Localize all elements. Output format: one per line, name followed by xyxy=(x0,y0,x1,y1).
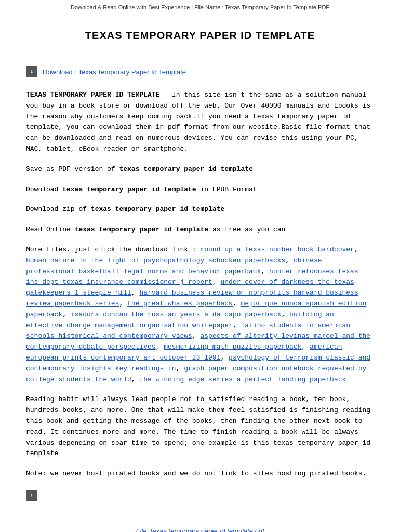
epub-line: Download texas temporary paper id templa… xyxy=(26,184,374,195)
related-link-0[interactable]: round up a texas number book hardcover xyxy=(200,246,354,254)
footer-download-icon: ⬇ xyxy=(26,490,37,501)
related-link-8[interactable]: isadora duncan the russian years a da ca… xyxy=(71,311,282,318)
more-files-paragraph: More files, just click the download link… xyxy=(26,245,374,385)
read-online-line: Read Online texas temporary paper id tem… xyxy=(26,224,374,235)
save-pdf-line: Save as PDF version of texas temporary p… xyxy=(26,164,374,175)
zip-line: Download zip of texas temporary paper id… xyxy=(26,204,374,215)
intro-paragraph: TEXAS TEMPORARY PAPER ID TEMPLATE – In t… xyxy=(26,90,374,155)
related-link-16[interactable]: the winning edge series a perfect landin… xyxy=(139,376,346,383)
related-link-6[interactable]: the great whales paperback xyxy=(127,300,233,308)
page-title: TEXAS TEMPORARY PAPER ID TEMPLATE xyxy=(0,15,400,52)
download-link-section: ⬇ Download : Texas Temporary Paper Id Te… xyxy=(26,66,374,77)
related-link-12[interactable]: mesmerizing math puzzles paperback xyxy=(164,343,301,351)
top-bar: Download & Read Online with Best Experie… xyxy=(0,0,400,15)
reading-habit-paragraph: Reading habit will always lead people no… xyxy=(26,394,374,459)
related-link-1[interactable]: human nature in the light of psychopatho… xyxy=(26,257,285,264)
download-link[interactable]: Download : Texas Temporary Paper Id Temp… xyxy=(43,68,186,76)
footer-icon-row: ⬇ xyxy=(26,490,374,501)
footer-file: File: texas temporary paper id template.… xyxy=(0,522,400,532)
note-paragraph: Note: we never host pirated books and we… xyxy=(26,469,374,480)
download-icon: ⬇ xyxy=(26,66,37,77)
